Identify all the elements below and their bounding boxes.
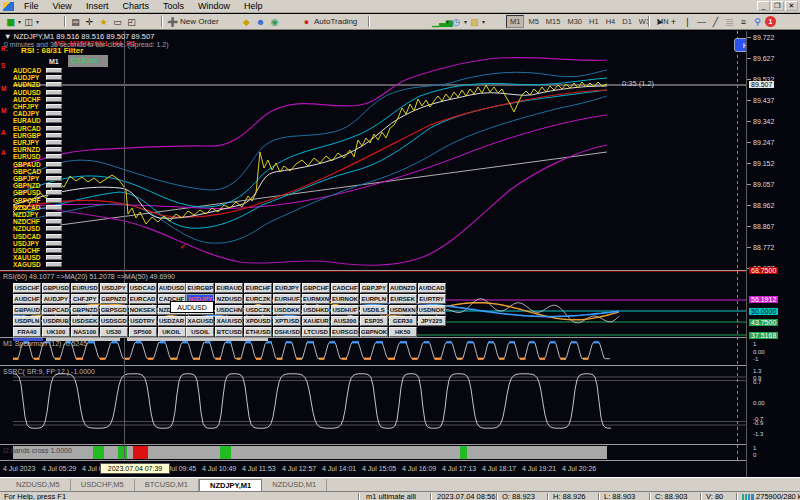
- pane-separator[interactable]: [0, 444, 800, 445]
- symbol-button-gbpnzd[interactable]: GBPNZD: [71, 305, 99, 315]
- symbol-button-xaueur[interactable]: XAUEUR: [302, 316, 330, 326]
- symbol-button-usddkk[interactable]: USDDKK: [273, 305, 301, 315]
- symbol-button-ethusd[interactable]: ETHUSD: [244, 327, 272, 337]
- symbol-button-fra40[interactable]: FRA40: [13, 327, 41, 337]
- symbol-button-xagusd[interactable]: XAGUSD: [186, 316, 214, 326]
- symbol-button-audusd[interactable]: AUDUSD: [158, 283, 186, 293]
- symbol-button-usdmxn[interactable]: USDMXN: [389, 305, 417, 315]
- menu-view[interactable]: View: [46, 0, 79, 12]
- symbol-button-euraud[interactable]: EURAUD: [215, 283, 243, 293]
- symbol-button-us30[interactable]: US30: [100, 327, 128, 337]
- tab-nzdusd-m1[interactable]: NZDUSD,M1: [262, 479, 327, 491]
- symbol-button-nas100[interactable]: NAS100: [71, 327, 99, 337]
- new-chart-icon[interactable]: ▦: [4, 16, 17, 28]
- symbol-button-eurpln[interactable]: EURPLN: [360, 294, 388, 304]
- history-icon[interactable]: ◆: [240, 16, 253, 28]
- symbol-button-dshusd[interactable]: DSHUSD: [273, 327, 301, 337]
- symbol-button-eurgbp[interactable]: EURGBP: [186, 283, 214, 293]
- watchlist-button-audcad[interactable]: [46, 68, 62, 73]
- symbol-button-usdhkd[interactable]: USDHKD: [302, 305, 330, 315]
- menu-insert[interactable]: Insert: [79, 0, 116, 12]
- tab-nzdjpy-m1[interactable]: NZDJPY,M1: [199, 479, 262, 491]
- symbol-button-usdrub[interactable]: USDRUB: [42, 316, 70, 326]
- templates-dropdown-icon[interactable]: ▾: [482, 18, 485, 25]
- watchlist-button-nzdjpy[interactable]: [46, 212, 62, 217]
- new-order-button[interactable]: ➕ New Order: [166, 15, 219, 28]
- timeframe-m5[interactable]: M5: [525, 16, 541, 27]
- symbol-button-gbpsgd[interactable]: GBPSGD: [100, 305, 128, 315]
- symbol-button-eurtry[interactable]: EURTRY: [418, 294, 446, 304]
- navigator-icon[interactable]: ✛: [83, 16, 96, 28]
- text-icon[interactable]: ≡: [737, 16, 750, 28]
- timeframe-h4[interactable]: H4: [603, 16, 619, 27]
- symbol-button-usoil[interactable]: USOIL: [186, 327, 214, 337]
- zoom-icon[interactable]: ⚲: [751, 16, 764, 28]
- watchlist-button-gbpusd[interactable]: [46, 190, 62, 195]
- symbol-button-usdpln[interactable]: USDPLN: [13, 316, 41, 326]
- watchlist-button-usdcad[interactable]: [46, 234, 62, 239]
- symbol-button-xpdusd[interactable]: XPDUSD: [244, 316, 272, 326]
- watchlist-button-cadjpy[interactable]: [46, 111, 62, 116]
- fibonacci-icon[interactable]: 𝄙: [723, 16, 736, 28]
- watchlist-button-nzdchf[interactable]: [46, 219, 62, 224]
- symbol-button-usdsek[interactable]: USDSEK: [71, 316, 99, 326]
- symbol-button-ger30[interactable]: GER30: [389, 316, 417, 326]
- symbol-button-usdtry[interactable]: USDTRY: [129, 316, 157, 326]
- symbol-button-ukoil[interactable]: UKOIL: [158, 327, 186, 337]
- cursor-icon[interactable]: ➤: [653, 16, 666, 28]
- watchlist-button-eurusd[interactable]: [46, 154, 62, 159]
- symbol-button-hk50[interactable]: HK50: [389, 327, 417, 337]
- menu-window[interactable]: Window: [191, 0, 237, 12]
- symbol-button-usdhuf[interactable]: USDHUF: [331, 305, 359, 315]
- symbol-button-audcad[interactable]: AUDCAD: [418, 283, 446, 293]
- menu-help[interactable]: Help: [237, 0, 270, 12]
- symbol-button-nzdusd[interactable]: NZDUSD: [215, 294, 243, 304]
- symbol-button-eursek[interactable]: EURSEK: [389, 294, 417, 304]
- timeframe-h1[interactable]: H1: [586, 16, 602, 27]
- symbol-button-eurczk[interactable]: EURCZK: [244, 294, 272, 304]
- notification-badge[interactable]: 1: [765, 16, 776, 27]
- watchlist-button-usdjpy[interactable]: [46, 241, 62, 246]
- watchlist-button-eurgbp[interactable]: [46, 133, 62, 138]
- pane-separator[interactable]: [0, 460, 800, 461]
- strategy-tester-icon[interactable]: ◰: [125, 16, 138, 28]
- symbol-button-aus200[interactable]: AUS200: [331, 316, 359, 326]
- c12-indicator-label[interactable]: C12-on: [68, 55, 108, 67]
- timeframe-m15[interactable]: M15: [543, 16, 564, 27]
- symbol-button-usdczk[interactable]: USDCZK: [244, 305, 272, 315]
- trendline-icon[interactable]: ╱: [709, 16, 722, 28]
- symbol-button-xptusd[interactable]: XPTUSD: [273, 316, 301, 326]
- symbol-button-gbpjpy[interactable]: GBPJPY: [360, 283, 388, 293]
- symbol-button-btcusd[interactable]: BTCUSD: [215, 327, 243, 337]
- watchlist-button-eurcad[interactable]: [46, 126, 62, 131]
- symbol-button-uk100[interactable]: UK100: [42, 327, 70, 337]
- symbol-button-jpy225[interactable]: JPY225: [418, 316, 446, 326]
- price-scale[interactable]: 89.72289.62789.53289.43789.34289.24789.1…: [746, 31, 800, 477]
- symbol-button-gbpusd[interactable]: GBPUSD: [42, 283, 70, 293]
- symbol-button-xauusd[interactable]: XAUUSD: [215, 316, 243, 326]
- watchlist-button-eurjpy[interactable]: [46, 140, 62, 145]
- symbol-button-usdjpy[interactable]: USDJPY: [100, 283, 128, 293]
- symbol-button-eurhuf[interactable]: EURHUF: [273, 294, 301, 304]
- watchlist-button-euraud[interactable]: [46, 118, 62, 123]
- horizontal-line-icon[interactable]: —: [695, 16, 708, 28]
- symbol-button-usdnok[interactable]: USDNOK: [418, 305, 446, 315]
- periods-dropdown-icon[interactable]: ▾: [464, 18, 467, 25]
- timeframe-m30[interactable]: M30: [564, 16, 585, 27]
- symbol-button-usdsgd[interactable]: USDSGD: [100, 316, 128, 326]
- symbol-button-eurjpy[interactable]: EURJPY: [273, 283, 301, 293]
- community-icon[interactable]: ◉: [268, 16, 281, 28]
- symbol-button-sp500[interactable]: SP500: [129, 327, 157, 337]
- symbol-button-eurchf[interactable]: EURCHF: [244, 283, 272, 293]
- watchlist-button-audnzd[interactable]: [46, 82, 62, 87]
- watchlist-button-chfjpy[interactable]: [46, 104, 62, 109]
- watchlist-button-gbpjpy[interactable]: [46, 176, 62, 181]
- indicators-icon[interactable]: ▁▃▅: [432, 16, 445, 28]
- periods-icon[interactable]: ◷: [450, 16, 463, 28]
- terminal-icon[interactable]: ▭: [111, 16, 124, 28]
- tab-nzdusd-m5[interactable]: NZDUSD,M5: [6, 479, 71, 491]
- watchlist-button-nzdusd[interactable]: [46, 226, 62, 231]
- watchlist-button-gbpcad[interactable]: [46, 169, 62, 174]
- symbol-button-audjpy[interactable]: AUDJPY: [42, 294, 70, 304]
- symbol-button-usdchf[interactable]: USDCHF: [13, 283, 41, 293]
